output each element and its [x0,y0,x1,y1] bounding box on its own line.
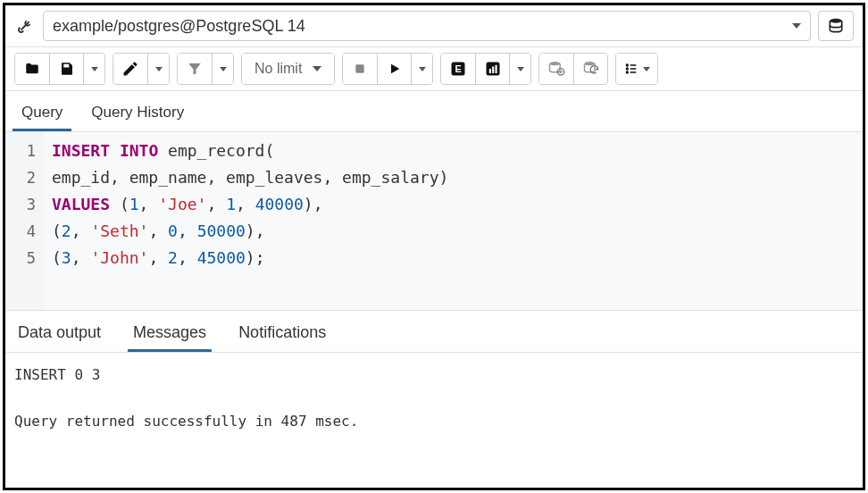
chevron-down-icon [220,67,227,71]
pencil-icon [121,60,139,78]
svg-point-11 [627,64,629,66]
filter-menu-button[interactable] [212,54,233,84]
svg-point-13 [627,68,629,70]
line-number: 3 [5,191,36,218]
line-number: 4 [5,218,36,245]
rollback-button[interactable] [573,54,607,84]
tab-query-history[interactable]: Query History [82,96,193,131]
funnel-icon [187,61,203,77]
save-file-button[interactable] [49,54,83,84]
execute-button[interactable] [377,54,411,84]
tab-notifications[interactable]: Notifications [233,318,331,352]
toolbar: No limit E [5,47,863,91]
svg-point-15 [627,71,629,73]
explain-icon: E [449,60,467,78]
message-line: INSERT 0 3 [14,363,854,387]
connection-label: example/postgres@PostgreSQL 14 [53,17,305,36]
chevron-down-icon [91,67,98,71]
explain-button[interactable]: E [441,54,475,84]
connection-dropdown[interactable]: example/postgres@PostgreSQL 14 [43,11,811,41]
open-file-button[interactable] [15,54,49,84]
connection-status-icon [14,15,36,37]
tab-data-output[interactable]: Data output [13,318,106,352]
list-icon [623,62,639,76]
svg-rect-5 [489,69,491,73]
connection-bar: example/postgres@PostgreSQL 14 [5,5,863,47]
messages-panel: INSERT 0 3 Query returned successfully i… [5,353,863,444]
save-icon [59,61,75,77]
limit-dropdown[interactable]: No limit [242,54,334,84]
svg-point-10 [584,62,595,65]
save-file-menu-button[interactable] [83,54,104,84]
editor-code[interactable]: INSERT INTO emp_record(emp_id, emp_name,… [45,132,863,310]
svg-rect-7 [495,65,497,73]
db-commit-icon [547,60,566,78]
output-tabs: Data output Messages Notifications [5,311,863,353]
message-line: Query returned successfully in 487 msec. [14,410,854,433]
stop-icon [353,62,367,76]
play-icon [388,61,402,77]
line-number: 2 [5,164,36,191]
db-rollback-icon [581,60,601,78]
sql-editor[interactable]: 1 2 3 4 5 INSERT INTO emp_record(emp_id,… [5,132,863,311]
explain-analyze-button[interactable] [475,54,509,84]
edit-menu-button[interactable] [147,54,169,84]
line-number: 5 [5,245,36,272]
chevron-down-icon [792,23,801,29]
database-icon [827,17,845,35]
new-connection-button[interactable] [818,11,854,41]
svg-text:E: E [455,63,462,74]
filter-button[interactable] [178,54,212,84]
commit-button[interactable] [539,54,573,84]
edit-button[interactable] [113,54,147,84]
editor-tabs: Query Query History [5,91,863,132]
svg-point-8 [550,62,561,65]
chevron-down-icon [517,67,524,71]
svg-rect-6 [492,67,494,74]
editor-gutter: 1 2 3 4 5 [5,132,45,310]
svg-rect-1 [356,64,364,72]
chevron-down-icon [155,67,163,71]
chevron-down-icon [643,67,650,71]
explain-menu-button[interactable] [509,54,530,84]
stop-button[interactable] [343,54,377,84]
svg-point-0 [830,19,841,23]
chart-icon [484,60,502,78]
folder-icon [23,61,41,77]
tab-query[interactable]: Query [13,96,71,131]
chevron-down-icon [313,66,321,71]
chevron-down-icon [419,67,426,71]
line-number: 1 [5,138,36,164]
limit-label: No limit [255,61,302,77]
macros-button[interactable] [616,54,657,84]
execute-menu-button[interactable] [411,54,432,84]
tab-messages[interactable]: Messages [128,318,212,352]
